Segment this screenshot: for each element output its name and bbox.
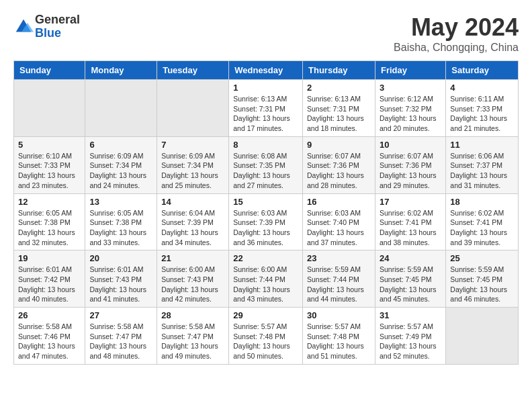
day-number: 30 bbox=[307, 310, 371, 320]
day-number: 27 bbox=[89, 310, 152, 320]
day-info: Sunrise: 6:11 AMSunset: 7:33 PMDaylight:… bbox=[450, 94, 514, 134]
day-number: 15 bbox=[233, 197, 298, 207]
day-info: Sunrise: 6:07 AMSunset: 7:36 PMDaylight:… bbox=[307, 151, 371, 191]
logo-text: General Blue bbox=[35, 13, 80, 40]
title-block: May 2024 Baisha, Chongqing, China bbox=[394, 13, 519, 54]
day-info: Sunrise: 6:13 AMSunset: 7:31 PMDaylight:… bbox=[233, 94, 298, 134]
day-number: 24 bbox=[380, 253, 441, 263]
calendar-cell: 18Sunrise: 6:02 AMSunset: 7:41 PMDayligh… bbox=[446, 193, 519, 250]
logo: General Blue bbox=[13, 13, 80, 40]
day-number: 9 bbox=[307, 140, 371, 150]
week-row-1: 5Sunrise: 6:10 AMSunset: 7:33 PMDaylight… bbox=[14, 136, 519, 193]
day-number: 2 bbox=[307, 83, 371, 93]
calendar-cell: 1Sunrise: 6:13 AMSunset: 7:31 PMDaylight… bbox=[229, 80, 303, 137]
page-header: General Blue May 2024 Baisha, Chongqing,… bbox=[13, 13, 519, 54]
calendar-cell: 27Sunrise: 5:58 AMSunset: 7:47 PMDayligh… bbox=[85, 308, 157, 365]
day-number: 4 bbox=[450, 83, 514, 93]
day-info: Sunrise: 6:00 AMSunset: 7:43 PMDaylight:… bbox=[161, 265, 224, 304]
day-number: 13 bbox=[89, 197, 152, 207]
day-number: 5 bbox=[18, 140, 81, 150]
day-info: Sunrise: 6:05 AMSunset: 7:38 PMDaylight:… bbox=[89, 208, 152, 248]
calendar-cell: 11Sunrise: 6:06 AMSunset: 7:37 PMDayligh… bbox=[446, 136, 519, 193]
day-info: Sunrise: 6:03 AMSunset: 7:40 PMDaylight:… bbox=[307, 208, 371, 248]
day-number: 31 bbox=[380, 310, 441, 320]
calendar-cell: 13Sunrise: 6:05 AMSunset: 7:38 PMDayligh… bbox=[85, 193, 157, 250]
header-friday: Friday bbox=[375, 61, 445, 80]
main-title: May 2024 bbox=[394, 13, 519, 42]
day-number: 11 bbox=[450, 140, 514, 150]
calendar-cell: 12Sunrise: 6:05 AMSunset: 7:38 PMDayligh… bbox=[14, 193, 85, 250]
day-number: 8 bbox=[233, 140, 298, 150]
day-number: 1 bbox=[233, 83, 298, 93]
calendar-body: 1Sunrise: 6:13 AMSunset: 7:31 PMDaylight… bbox=[14, 80, 519, 365]
calendar-cell: 7Sunrise: 6:09 AMSunset: 7:34 PMDaylight… bbox=[157, 136, 229, 193]
week-row-2: 12Sunrise: 6:05 AMSunset: 7:38 PMDayligh… bbox=[14, 193, 519, 250]
calendar-cell: 20Sunrise: 6:01 AMSunset: 7:43 PMDayligh… bbox=[85, 250, 157, 308]
day-number: 22 bbox=[233, 253, 298, 263]
day-info: Sunrise: 6:09 AMSunset: 7:34 PMDaylight:… bbox=[89, 151, 152, 191]
calendar-cell: 24Sunrise: 5:59 AMSunset: 7:45 PMDayligh… bbox=[375, 250, 445, 308]
header-row: SundayMondayTuesdayWednesdayThursdayFrid… bbox=[14, 61, 519, 80]
logo-blue: Blue bbox=[35, 27, 80, 40]
day-info: Sunrise: 6:03 AMSunset: 7:39 PMDaylight:… bbox=[233, 208, 298, 248]
calendar-table: SundayMondayTuesdayWednesdayThursdayFrid… bbox=[13, 60, 519, 365]
day-info: Sunrise: 5:57 AMSunset: 7:49 PMDaylight:… bbox=[380, 322, 441, 361]
header-tuesday: Tuesday bbox=[157, 61, 229, 80]
day-number: 19 bbox=[18, 253, 81, 263]
day-info: Sunrise: 5:59 AMSunset: 7:45 PMDaylight:… bbox=[450, 265, 514, 304]
calendar-cell: 30Sunrise: 5:57 AMSunset: 7:48 PMDayligh… bbox=[303, 308, 375, 365]
day-info: Sunrise: 5:57 AMSunset: 7:48 PMDaylight:… bbox=[307, 322, 371, 361]
day-number: 21 bbox=[161, 253, 224, 263]
day-number: 18 bbox=[450, 197, 514, 207]
header-monday: Monday bbox=[85, 61, 157, 80]
day-info: Sunrise: 6:12 AMSunset: 7:32 PMDaylight:… bbox=[380, 94, 441, 134]
calendar-cell: 22Sunrise: 6:00 AMSunset: 7:44 PMDayligh… bbox=[229, 250, 303, 308]
day-number: 26 bbox=[18, 310, 81, 320]
header-wednesday: Wednesday bbox=[229, 61, 303, 80]
calendar-cell bbox=[157, 80, 229, 137]
day-info: Sunrise: 5:59 AMSunset: 7:45 PMDaylight:… bbox=[380, 265, 441, 304]
calendar-cell: 23Sunrise: 5:59 AMSunset: 7:44 PMDayligh… bbox=[303, 250, 375, 308]
day-number: 29 bbox=[233, 310, 298, 320]
day-info: Sunrise: 6:08 AMSunset: 7:35 PMDaylight:… bbox=[233, 151, 298, 191]
day-info: Sunrise: 5:57 AMSunset: 7:48 PMDaylight:… bbox=[233, 322, 298, 361]
day-number: 7 bbox=[161, 140, 224, 150]
day-info: Sunrise: 6:09 AMSunset: 7:34 PMDaylight:… bbox=[161, 151, 224, 191]
calendar-cell: 8Sunrise: 6:08 AMSunset: 7:35 PMDaylight… bbox=[229, 136, 303, 193]
day-number: 25 bbox=[450, 253, 514, 263]
week-row-3: 19Sunrise: 6:01 AMSunset: 7:42 PMDayligh… bbox=[14, 250, 519, 308]
header-sunday: Sunday bbox=[14, 61, 85, 80]
day-info: Sunrise: 5:58 AMSunset: 7:47 PMDaylight:… bbox=[161, 322, 224, 361]
day-info: Sunrise: 5:58 AMSunset: 7:46 PMDaylight:… bbox=[18, 322, 81, 361]
header-saturday: Saturday bbox=[446, 61, 519, 80]
calendar-cell: 4Sunrise: 6:11 AMSunset: 7:33 PMDaylight… bbox=[446, 80, 519, 137]
day-info: Sunrise: 6:10 AMSunset: 7:33 PMDaylight:… bbox=[18, 151, 81, 191]
calendar-cell: 17Sunrise: 6:02 AMSunset: 7:41 PMDayligh… bbox=[375, 193, 445, 250]
day-number: 3 bbox=[380, 83, 441, 93]
calendar-cell: 31Sunrise: 5:57 AMSunset: 7:49 PMDayligh… bbox=[375, 308, 445, 365]
day-info: Sunrise: 6:07 AMSunset: 7:36 PMDaylight:… bbox=[380, 151, 441, 191]
day-number: 28 bbox=[161, 310, 224, 320]
day-info: Sunrise: 6:06 AMSunset: 7:37 PMDaylight:… bbox=[450, 151, 514, 191]
logo-general: General bbox=[35, 13, 80, 27]
day-number: 23 bbox=[307, 253, 371, 263]
day-number: 12 bbox=[18, 197, 81, 207]
day-info: Sunrise: 6:01 AMSunset: 7:42 PMDaylight:… bbox=[18, 265, 81, 304]
calendar-cell: 10Sunrise: 6:07 AMSunset: 7:36 PMDayligh… bbox=[375, 136, 445, 193]
calendar-cell: 29Sunrise: 5:57 AMSunset: 7:48 PMDayligh… bbox=[229, 308, 303, 365]
day-info: Sunrise: 5:59 AMSunset: 7:44 PMDaylight:… bbox=[307, 265, 371, 304]
calendar-header: SundayMondayTuesdayWednesdayThursdayFrid… bbox=[14, 61, 519, 80]
day-info: Sunrise: 6:13 AMSunset: 7:31 PMDaylight:… bbox=[307, 94, 371, 134]
calendar-cell: 14Sunrise: 6:04 AMSunset: 7:39 PMDayligh… bbox=[157, 193, 229, 250]
day-number: 14 bbox=[161, 197, 224, 207]
calendar-cell: 19Sunrise: 6:01 AMSunset: 7:42 PMDayligh… bbox=[14, 250, 85, 308]
calendar-cell: 16Sunrise: 6:03 AMSunset: 7:40 PMDayligh… bbox=[303, 193, 375, 250]
logo-icon bbox=[13, 17, 34, 37]
calendar-cell bbox=[14, 80, 85, 137]
calendar-cell bbox=[85, 80, 157, 137]
calendar-cell: 15Sunrise: 6:03 AMSunset: 7:39 PMDayligh… bbox=[229, 193, 303, 250]
week-row-0: 1Sunrise: 6:13 AMSunset: 7:31 PMDaylight… bbox=[14, 80, 519, 137]
subtitle: Baisha, Chongqing, China bbox=[394, 42, 519, 54]
day-info: Sunrise: 6:05 AMSunset: 7:38 PMDaylight:… bbox=[18, 208, 81, 248]
calendar-cell: 2Sunrise: 6:13 AMSunset: 7:31 PMDaylight… bbox=[303, 80, 375, 137]
